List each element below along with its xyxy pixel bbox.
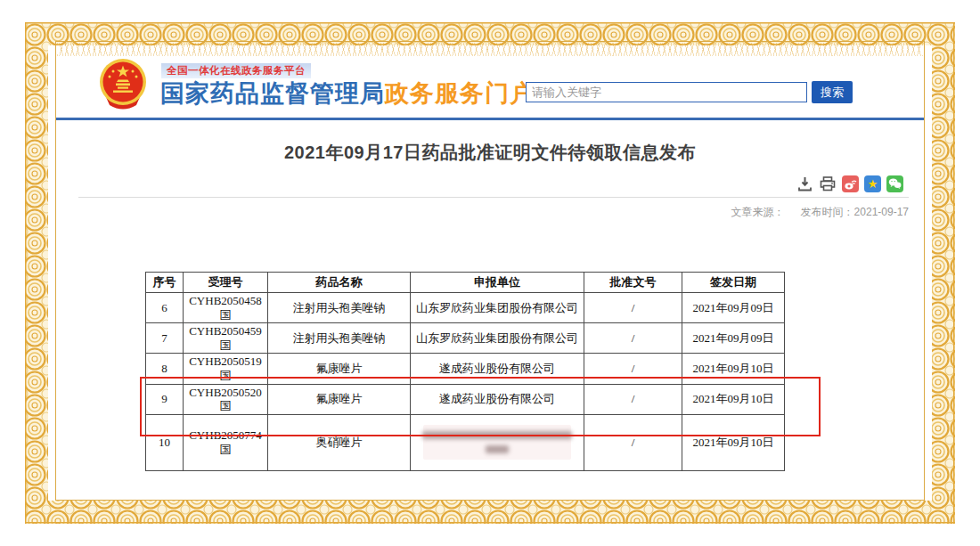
approval-table: 序号 受理号 药品名称 申报单位 批准文号 签发日期 6 CYHB2050458… xyxy=(145,272,785,471)
article-divider xyxy=(78,197,909,198)
cell-approval: / xyxy=(584,414,682,470)
share-toolbar: ★ xyxy=(796,175,903,192)
cell-approval: / xyxy=(584,354,682,384)
site-title: 国家药品监督管理局政务服务门户 xyxy=(160,77,535,110)
search-input[interactable] xyxy=(526,82,807,102)
cell-no: 6 xyxy=(146,293,184,323)
article-publish-time: 发布时间：2021-09-17 xyxy=(801,206,909,218)
cell-drug: 注射用头孢美唑钠 xyxy=(268,323,411,354)
cell-acceptance: CYHB2050520国 xyxy=(184,384,268,414)
col-header-no: 序号 xyxy=(146,273,184,293)
weibo-icon[interactable] xyxy=(842,175,859,192)
table-row: 8 CYHB2050519国 氟康唑片 遂成药业股份有限公司 / 2021年09… xyxy=(146,354,785,384)
col-header-applicant: 申报单位 xyxy=(411,273,584,293)
cell-approval: / xyxy=(584,384,682,414)
article-source-label: 文章来源： xyxy=(731,206,785,218)
cell-no: 7 xyxy=(146,323,184,354)
cell-no: 8 xyxy=(146,354,184,384)
cell-date: 2021年09月10日 xyxy=(682,384,785,414)
cell-drug: 氟康唑片 xyxy=(268,384,411,414)
cell-drug: 奥硝唑片 xyxy=(268,414,411,470)
site-title-portal: 政务服务门户 xyxy=(385,80,535,107)
table-row: 9 CYHB2050520国 氟康唑片 遂成药业股份有限公司 / 2021年09… xyxy=(146,384,785,414)
download-icon[interactable] xyxy=(796,175,813,192)
article-meta: 文章来源：发布时间：2021-09-17 xyxy=(374,205,909,220)
cell-date: 2021年09月10日 xyxy=(682,414,785,470)
table-header-row: 序号 受理号 药品名称 申报单位 批准文号 签发日期 xyxy=(146,273,785,293)
national-emblem-logo xyxy=(94,57,151,114)
cell-acceptance: CYHB2050774国 xyxy=(184,414,268,470)
cell-approval: / xyxy=(584,293,682,323)
cell-date: 2021年09月10日 xyxy=(682,354,785,384)
cell-applicant-redacted xyxy=(411,414,584,470)
table-row-highlighted: 10 CYHB2050774国 奥硝唑片 / 2021年09月10日 xyxy=(146,414,785,470)
cell-applicant: 山东罗欣药业集团股份有限公司 xyxy=(411,293,584,323)
header-divider xyxy=(56,118,924,120)
col-header-date: 签发日期 xyxy=(682,273,785,293)
cell-drug: 注射用头孢美唑钠 xyxy=(268,293,411,323)
cell-drug: 氟康唑片 xyxy=(268,354,411,384)
col-header-acceptance: 受理号 xyxy=(184,273,268,293)
wechat-icon[interactable] xyxy=(886,175,903,192)
cell-applicant: 遂成药业股份有限公司 xyxy=(411,384,584,414)
cell-approval: / xyxy=(584,323,682,354)
cell-acceptance: CYHB2050519国 xyxy=(184,354,268,384)
article-title: 2021年09月17日药品批准证明文件待领取信息发布 xyxy=(56,141,924,165)
cell-applicant: 遂成药业股份有限公司 xyxy=(411,354,584,384)
cell-no: 10 xyxy=(146,414,184,470)
cell-acceptance: CYHB2050458国 xyxy=(184,293,268,323)
site-title-agency: 国家药品监督管理局 xyxy=(160,80,385,107)
cell-date: 2021年09月09日 xyxy=(682,323,785,354)
table-row: 6 CYHB2050458国 注射用头孢美唑钠 山东罗欣药业集团股份有限公司 /… xyxy=(146,293,785,323)
cell-no: 9 xyxy=(146,384,184,414)
print-icon[interactable] xyxy=(819,175,837,192)
col-header-drug: 药品名称 xyxy=(268,273,411,293)
approval-table-wrapper: 序号 受理号 药品名称 申报单位 批准文号 签发日期 6 CYHB2050458… xyxy=(145,272,785,471)
table-row: 7 CYHB2050459国 注射用头孢美唑钠 山东罗欣药业集团股份有限公司 /… xyxy=(146,323,785,354)
cell-date: 2021年09月09日 xyxy=(682,293,785,323)
search-button[interactable]: 搜索 xyxy=(812,81,853,103)
qzone-icon[interactable]: ★ xyxy=(864,175,881,192)
page: 全国一体化在线政务服务平台 国家药品监督管理局政务服务门户 搜索 2021年09… xyxy=(0,0,980,546)
col-header-approval: 批准文号 xyxy=(584,273,682,293)
cell-applicant: 山东罗欣药业集团股份有限公司 xyxy=(411,323,584,354)
redacted-text xyxy=(423,425,571,460)
platform-badge: 全国一体化在线政务服务平台 xyxy=(161,63,311,78)
guilloche-watermark xyxy=(57,43,923,56)
cell-acceptance: CYHB2050459国 xyxy=(184,323,268,354)
